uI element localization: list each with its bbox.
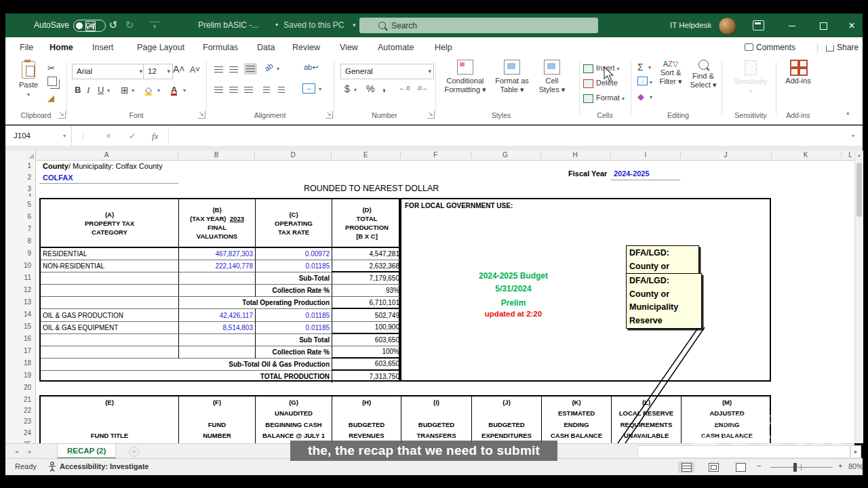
scroll-up-icon[interactable]: ▴ bbox=[855, 150, 863, 160]
clear-icon[interactable]: ◆ bbox=[637, 92, 644, 102]
zoom-slider-track[interactable] bbox=[770, 467, 833, 468]
copy-icon[interactable] bbox=[47, 77, 57, 86]
share-button[interactable]: Share ▾ bbox=[826, 40, 863, 55]
comments-button[interactable]: Comments bbox=[745, 40, 795, 55]
ribbon-display-options-icon[interactable] bbox=[753, 20, 764, 30]
alignment-dialog-launcher[interactable]: ↘ bbox=[326, 111, 333, 119]
paste-button[interactable]: Paste▾ bbox=[12, 60, 45, 99]
zoom-level[interactable]: 80% bbox=[848, 462, 863, 470]
addins-button[interactable]: Add-ins bbox=[780, 60, 816, 85]
align-middle-icon[interactable] bbox=[229, 64, 238, 75]
orientation-chevron-icon[interactable]: ▾ bbox=[277, 66, 279, 72]
font-name-select[interactable]: Arial▾ bbox=[72, 64, 145, 79]
zoom-out-icon[interactable]: − bbox=[757, 462, 761, 470]
align-center-icon[interactable] bbox=[229, 85, 238, 95]
find-select-button[interactable]: Find & Select ▾ bbox=[688, 60, 719, 89]
user-name[interactable]: IT Helpdesk bbox=[670, 14, 711, 37]
decrease-indent-icon[interactable] bbox=[263, 85, 270, 95]
fill-icon[interactable]: ↓ bbox=[637, 77, 648, 85]
autosum-chevron-icon[interactable]: ▾ bbox=[648, 64, 651, 70]
tab-review[interactable]: Review bbox=[291, 37, 321, 58]
clear-chevron-icon[interactable]: ▾ bbox=[650, 94, 652, 100]
tab-help[interactable]: Help bbox=[433, 37, 454, 58]
avatar[interactable] bbox=[718, 17, 736, 35]
align-bottom-icon[interactable] bbox=[244, 63, 257, 75]
merge-chevron-icon[interactable]: ▾ bbox=[319, 86, 321, 92]
number-format-select[interactable]: General▾ bbox=[340, 64, 434, 79]
tab-home[interactable]: Home bbox=[48, 37, 75, 59]
sheet-nav-right-icon[interactable]: ▸ bbox=[28, 444, 32, 459]
tab-formulas[interactable]: Formulas bbox=[201, 37, 239, 58]
italic-button[interactable]: I bbox=[87, 85, 90, 96]
minimize-button[interactable] bbox=[778, 14, 806, 37]
confirm-entry-icon[interactable]: ✓ bbox=[129, 126, 136, 146]
cancel-entry-icon[interactable]: × bbox=[106, 126, 111, 146]
underline-chevron-icon[interactable]: ▾ bbox=[107, 87, 110, 94]
tab-automate[interactable]: Automate bbox=[376, 37, 416, 58]
merge-center-icon[interactable]: ↔ bbox=[302, 83, 315, 94]
comment-box-2[interactable]: DFA/LGD: County or Municipality Reserve bbox=[626, 273, 702, 329]
vertical-scrollbar[interactable]: ▴ bbox=[854, 150, 863, 443]
fill-chevron-icon[interactable]: ▾ bbox=[650, 79, 652, 85]
restore-button[interactable] bbox=[810, 14, 837, 37]
conditional-formatting-button[interactable]: Conditional Formatting ▾ bbox=[439, 60, 491, 94]
bold-button[interactable]: B bbox=[75, 85, 81, 95]
search-input[interactable]: Search bbox=[359, 18, 598, 33]
fill-color-chevron-icon[interactable]: ▾ bbox=[157, 87, 160, 94]
grow-font-icon[interactable]: A˄ bbox=[173, 64, 185, 75]
clipboard-dialog-launcher[interactable]: ↘ bbox=[58, 111, 66, 119]
formula-input[interactable] bbox=[168, 126, 855, 146]
redo-icon[interactable]: ↻ bbox=[123, 18, 136, 33]
autosum-icon[interactable]: Σ bbox=[637, 62, 644, 73]
name-box[interactable]: J104▾ bbox=[5, 126, 72, 146]
comma-style-icon[interactable]: , bbox=[382, 81, 386, 94]
font-color-chevron-icon[interactable]: ▾ bbox=[183, 87, 186, 94]
increase-indent-icon[interactable] bbox=[278, 85, 285, 95]
format-painter-icon[interactable]: ◢ bbox=[47, 93, 54, 103]
zoom-in-icon[interactable]: + bbox=[838, 462, 842, 470]
decrease-decimal-icon[interactable]: .0→ bbox=[416, 85, 428, 92]
save-icon[interactable] bbox=[85, 21, 96, 31]
cell-styles-button[interactable]: Cell Styles ▾ bbox=[533, 60, 571, 94]
tab-insert[interactable]: Insert bbox=[91, 37, 115, 58]
close-button[interactable]: × bbox=[838, 14, 865, 37]
vertical-scroll-thumb[interactable] bbox=[856, 163, 862, 217]
sheet-nav-left-icon[interactable]: ◂ bbox=[15, 444, 18, 459]
wrap-text-icon[interactable]: ab↩ bbox=[304, 63, 318, 72]
number-dialog-launcher[interactable]: ↘ bbox=[427, 111, 435, 119]
cut-icon[interactable]: ✂ bbox=[47, 63, 55, 73]
formula-bar-expand-icon[interactable]: ▾ bbox=[852, 126, 854, 146]
percent-style-icon[interactable]: % bbox=[366, 83, 374, 94]
collapse-ribbon-icon[interactable]: ▴ bbox=[846, 109, 850, 116]
saved-status[interactable]: Saved to this PC bbox=[283, 14, 344, 37]
borders-icon[interactable]: ⊞ bbox=[121, 85, 129, 96]
font-dialog-launcher[interactable]: ↘ bbox=[198, 111, 205, 119]
borders-chevron-icon[interactable]: ▾ bbox=[132, 87, 134, 94]
normal-view-icon[interactable] bbox=[678, 462, 694, 473]
shrink-font-icon[interactable]: A˅ bbox=[190, 65, 200, 75]
orientation-icon[interactable]: ab bbox=[263, 62, 275, 73]
fill-color-icon[interactable]: ◇ bbox=[145, 85, 152, 96]
undo-icon[interactable]: ↺ bbox=[107, 18, 119, 33]
accessibility-status[interactable]: Accessibility: Investigate bbox=[60, 462, 149, 470]
qat-customize-icon[interactable]: ▾ bbox=[149, 22, 160, 30]
font-color-icon[interactable]: A bbox=[171, 85, 177, 96]
insert-function-icon[interactable]: fx bbox=[152, 126, 158, 146]
scroll-right-icon[interactable]: ▸ bbox=[850, 445, 861, 458]
align-right-icon[interactable] bbox=[244, 85, 253, 95]
font-size-select[interactable]: 12▾ bbox=[143, 64, 173, 79]
align-top-icon[interactable] bbox=[214, 64, 223, 75]
comment-box-1[interactable]: DFA/LGD: County or bbox=[626, 245, 699, 274]
increase-decimal-icon[interactable]: ←.0 bbox=[399, 85, 410, 92]
underline-button[interactable]: U bbox=[98, 85, 104, 95]
new-sheet-icon[interactable]: + bbox=[129, 447, 139, 457]
format-as-table-button[interactable]: Format as Table ▾ bbox=[492, 60, 532, 94]
tab-view[interactable]: View bbox=[338, 37, 359, 58]
accounting-chevron-icon[interactable]: ▾ bbox=[354, 87, 357, 93]
tab-data[interactable]: Data bbox=[256, 37, 276, 58]
zoom-slider-thumb[interactable] bbox=[793, 463, 797, 472]
sort-filter-button[interactable]: AZ▽ Sort & Filter ▾ bbox=[655, 60, 686, 86]
tab-file[interactable]: File bbox=[18, 37, 35, 58]
format-cells-button[interactable]: Format ▾ bbox=[583, 91, 625, 104]
accounting-format-icon[interactable]: $ bbox=[344, 83, 350, 94]
